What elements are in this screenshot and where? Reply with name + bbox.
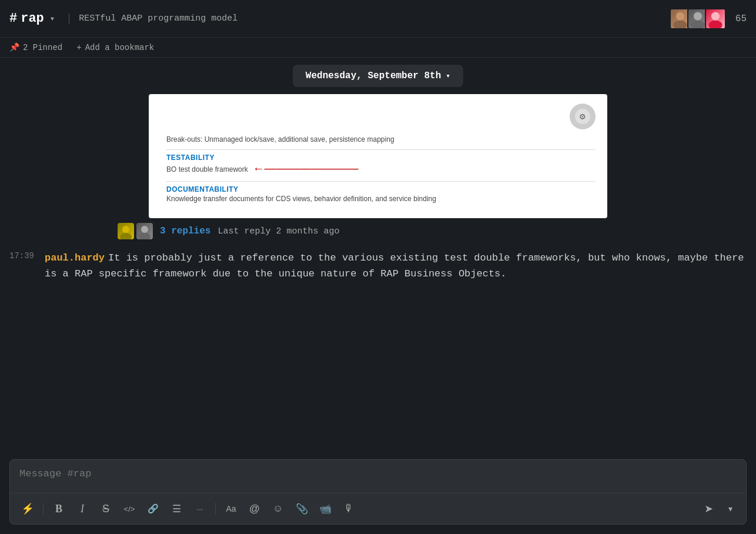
link-button[interactable]: 🔗 (142, 498, 163, 519)
toolbar-divider-2 (215, 503, 216, 515)
slide-divider-1 (166, 149, 596, 150)
svg-point-2 (694, 12, 702, 20)
member-avatars[interactable] (670, 8, 726, 29)
reply-avatar-2 (136, 223, 153, 239)
date-label: Wednesday, September 8th (306, 71, 441, 81)
add-icon: + (76, 43, 81, 52)
slide-content: Break-outs: Unmanaged lock/save, additio… (160, 135, 596, 203)
compose-area: Message #rap ⚡ B I S </> 🔗 ☰ ··· Aa @ ☺ … (9, 459, 747, 525)
list-button[interactable]: ☰ (166, 498, 187, 519)
svg-point-5 (708, 20, 722, 29)
reply-avatar-1 (118, 223, 134, 239)
pinned-label: 2 Pinned (23, 43, 62, 52)
channel-header: # rap ▾ RESTful ABAP programming model 6… (0, 0, 756, 38)
slide-logo: ⚙ (570, 104, 596, 129)
messages-area: Wednesday, September 8th ▾ ⚙ Break-outs:… (0, 58, 756, 452)
svg-point-4 (711, 12, 720, 20)
pinned-bar: 📌 2 Pinned + Add a bookmark (0, 38, 756, 58)
slide-breakouts-section: Break-outs: Unmanaged lock/save, additio… (166, 135, 596, 143)
svg-point-10 (141, 226, 148, 233)
channel-chevron-icon: ▾ (50, 14, 55, 24)
strikethrough-button[interactable]: S (95, 498, 116, 519)
toolbar-divider-1 (43, 503, 44, 515)
hash-symbol: # (9, 11, 17, 26)
message-input[interactable]: Message #rap (10, 460, 746, 493)
svg-point-9 (120, 233, 132, 239)
channel-description: RESTful ABAP programming model (69, 14, 237, 24)
slide-top: ⚙ (160, 104, 596, 129)
member-count: 65 (735, 14, 747, 24)
send-button[interactable]: ➤ (698, 498, 719, 519)
replies-meta: Last reply 2 months ago (218, 226, 339, 236)
mention-button[interactable]: @ (244, 498, 265, 519)
more-formatting-button[interactable]: ··· (189, 498, 210, 519)
compose-toolbar: ⚡ B I S </> 🔗 ☰ ··· Aa @ ☺ 📎 📹 🎙 ➤ ▾ (10, 493, 746, 524)
image-message: Wednesday, September 8th ▾ ⚙ Break-outs:… (0, 58, 756, 218)
slide-testability-title: TESTABILITY (166, 153, 596, 162)
message-author: paul.hardy (45, 252, 105, 263)
slide-divider-2 (166, 181, 596, 182)
svg-point-11 (139, 233, 150, 239)
slide-testability-row: BO test double framework ←———————— (166, 162, 596, 175)
slide-image: ⚙ Break-outs: Unmanaged lock/save, addit… (149, 94, 607, 218)
pin-icon: 📌 (9, 42, 19, 52)
slide-documentability-section: DOCUMENTABILITY Knowledge transfer docum… (166, 185, 596, 203)
message-content: paul.hardyIt is probably just a referenc… (45, 250, 747, 282)
date-chevron-icon: ▾ (446, 71, 450, 81)
channel-title[interactable]: # rap ▾ (9, 11, 55, 26)
pinned-messages-button[interactable]: 📌 2 Pinned (9, 42, 62, 52)
slide-testability-text: BO test double framework (166, 165, 248, 173)
add-bookmark-label: Add a bookmark (85, 43, 155, 52)
replies-count: 3 replies (160, 226, 210, 236)
svg-point-8 (122, 226, 129, 233)
slide-testability-section: TESTABILITY BO test double framework ←——… (166, 153, 596, 175)
text-style-button[interactable]: Aa (220, 498, 242, 519)
send-options-dropdown[interactable]: ▾ (721, 498, 739, 519)
message-text: It is probably just a reference to the v… (45, 252, 744, 279)
lightning-button[interactable]: ⚡ (17, 498, 38, 519)
svg-text:⚙: ⚙ (579, 112, 586, 121)
svg-point-3 (691, 20, 704, 29)
slide-documentability-text: Knowledge transfer documents for CDS vie… (166, 195, 596, 203)
svg-point-0 (676, 12, 684, 20)
emoji-button[interactable]: ☺ (267, 498, 289, 519)
italic-button[interactable]: I (72, 498, 93, 519)
video-button[interactable]: 📹 (315, 498, 336, 519)
message-timestamp: 17:39 (9, 250, 40, 261)
slide-documentability-title: DOCUMENTABILITY (166, 185, 596, 193)
replies-bar[interactable]: 3 replies Last reply 2 months ago (0, 218, 756, 244)
compose-placeholder: Message #rap (19, 468, 91, 479)
bold-button[interactable]: B (48, 498, 69, 519)
chat-message: 17:39 paul.hardyIt is probably just a re… (0, 244, 756, 288)
add-bookmark-button[interactable]: + Add a bookmark (76, 43, 154, 52)
slide-arrow-icon: ←———————— (253, 162, 359, 175)
mic-button[interactable]: 🎙 (338, 498, 359, 519)
svg-point-1 (673, 20, 687, 29)
header-right: 65 (670, 8, 747, 29)
reply-avatars (118, 223, 153, 239)
date-divider[interactable]: Wednesday, September 8th ▾ (293, 65, 463, 87)
avatar-3 (705, 8, 726, 29)
attachment-button[interactable]: 📎 (291, 498, 312, 519)
code-button[interactable]: </> (119, 498, 140, 519)
slide-break-text: Break-outs: Unmanaged lock/save, additio… (166, 135, 596, 143)
channel-name-text: rap (21, 11, 44, 26)
